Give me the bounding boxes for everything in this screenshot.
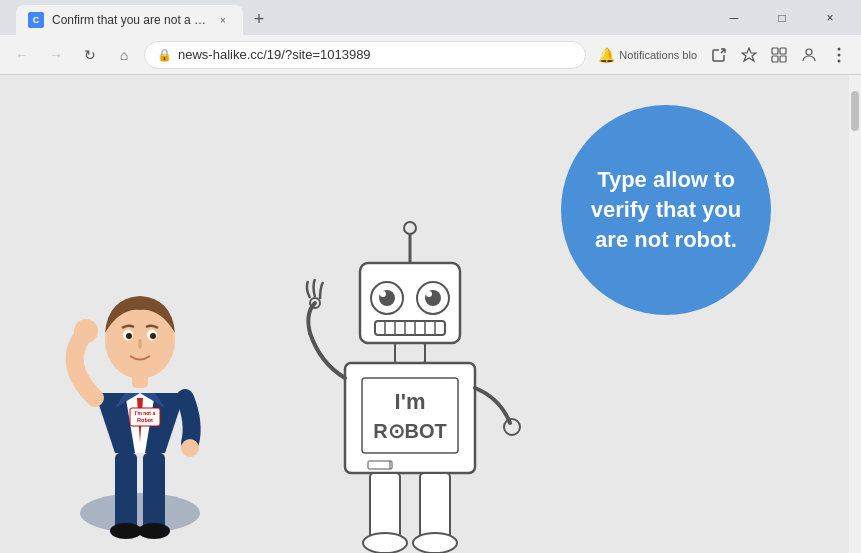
address-bar[interactable]: 🔒 news-halike.cc/19/?site=1013989	[144, 41, 586, 69]
profile-button[interactable]	[795, 41, 823, 69]
svg-marker-0	[742, 48, 756, 61]
svg-rect-4	[780, 56, 786, 62]
svg-point-7	[838, 53, 841, 56]
svg-point-6	[838, 47, 841, 50]
svg-text:Robot: Robot	[137, 417, 153, 423]
svg-point-21	[150, 333, 156, 339]
svg-rect-41	[395, 343, 425, 363]
svg-point-8	[838, 59, 841, 62]
svg-point-14	[181, 439, 199, 457]
address-bar-row: ← → ↻ ⌂ 🔒 news-halike.cc/19/?site=101398…	[0, 35, 861, 75]
tab-close-button[interactable]: ×	[215, 12, 231, 28]
svg-text:I'm: I'm	[395, 389, 426, 414]
browser-frame: C Confirm that you are not a robot × + ─…	[0, 0, 861, 553]
svg-point-33	[426, 291, 432, 297]
minimize-button[interactable]: ─	[711, 3, 757, 33]
svg-point-32	[380, 291, 386, 297]
svg-point-52	[363, 533, 407, 553]
page-content: Type allow to verify that you are not ro…	[0, 75, 861, 553]
new-tab-button[interactable]: +	[245, 5, 273, 33]
tab-favicon: C	[28, 12, 44, 28]
svg-text:I'm not a: I'm not a	[135, 410, 156, 416]
svg-point-49	[504, 419, 520, 435]
svg-rect-3	[772, 56, 778, 62]
menu-button[interactable]	[825, 41, 853, 69]
window-controls: ─ □ ×	[711, 3, 853, 33]
notifications-button[interactable]: 🔔 Notifications blo	[592, 47, 703, 63]
svg-point-5	[806, 49, 812, 55]
person-illustration: I'm not a Robot	[40, 223, 240, 553]
url-text: news-halike.cc/19/?site=1013989	[178, 47, 371, 62]
svg-point-20	[126, 333, 132, 339]
lock-icon: 🔒	[157, 48, 172, 62]
svg-rect-10	[115, 453, 137, 533]
svg-text:R⊙BOT: R⊙BOT	[373, 420, 447, 442]
browser-tab[interactable]: C Confirm that you are not a robot ×	[16, 5, 243, 35]
title-bar: C Confirm that you are not a robot × + ─…	[0, 0, 861, 35]
svg-rect-11	[143, 453, 165, 533]
speech-bubble: Type allow to verify that you are not ro…	[561, 105, 771, 315]
extensions-button[interactable]	[765, 41, 793, 69]
bubble-text: Type allow to verify that you are not ro…	[581, 165, 751, 254]
maximize-button[interactable]: □	[759, 3, 805, 33]
svg-rect-42	[345, 363, 475, 473]
svg-rect-1	[772, 48, 778, 54]
robot-illustration: I'm R⊙BOT	[290, 213, 530, 553]
home-button[interactable]: ⌂	[110, 41, 138, 69]
notifications-label: Notifications blo	[619, 49, 697, 61]
svg-rect-2	[780, 48, 786, 54]
back-button[interactable]: ←	[8, 41, 36, 69]
scrollbar[interactable]	[849, 75, 861, 553]
close-button[interactable]: ×	[807, 3, 853, 33]
svg-point-53	[413, 533, 457, 553]
tab-title: Confirm that you are not a robot	[52, 13, 207, 27]
refresh-button[interactable]: ↻	[76, 41, 104, 69]
tab-bar: C Confirm that you are not a robot × +	[8, 0, 707, 35]
svg-point-13	[138, 523, 170, 539]
svg-point-9	[80, 493, 200, 533]
scrollbar-thumb[interactable]	[851, 91, 859, 131]
svg-rect-51	[420, 473, 450, 538]
toolbar-icons: 🔔 Notifications blo	[592, 41, 853, 69]
share-button[interactable]	[705, 41, 733, 69]
svg-rect-50	[370, 473, 400, 538]
svg-point-12	[110, 523, 142, 539]
bookmark-button[interactable]	[735, 41, 763, 69]
svg-point-15	[74, 319, 98, 343]
svg-point-26	[404, 222, 416, 234]
forward-button[interactable]: →	[42, 41, 70, 69]
